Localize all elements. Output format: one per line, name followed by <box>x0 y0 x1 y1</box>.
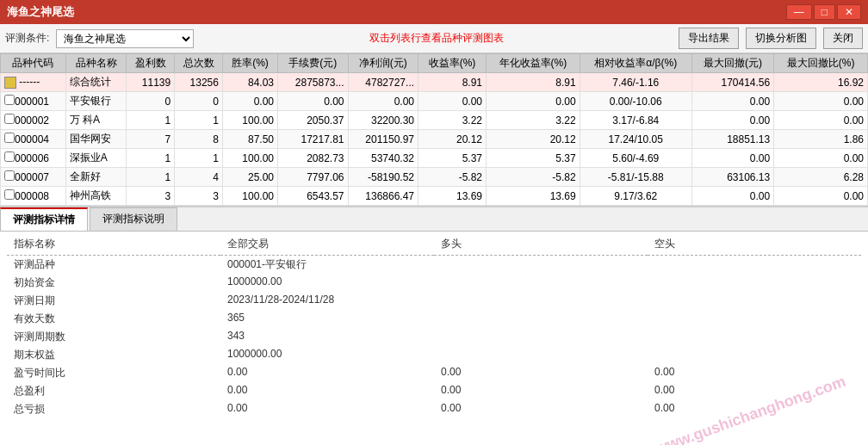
row-checkbox[interactable] <box>4 151 15 162</box>
cell-total: 1 <box>175 111 223 130</box>
cell-returnRate: 3.22 <box>418 111 487 130</box>
table-row[interactable]: 000001平安银行000.000.000.000.000.000.00/-10… <box>1 92 868 111</box>
cell-maxDrawdownPct: 16.92 <box>774 73 868 92</box>
col-header-drawdown-pct: 最大回撤比(%) <box>774 54 868 73</box>
indicator-row-6: 盈亏时间比0.000.000.00 <box>7 364 861 382</box>
row-checkbox[interactable] <box>4 133 15 143</box>
indicator-label: 评测日期 <box>7 292 220 310</box>
notice-text[interactable]: 双击列表行查看品种评测图表 <box>201 31 672 46</box>
row-checkbox[interactable] <box>4 95 15 105</box>
col-header-drawdown: 最大回撤(元) <box>691 54 773 73</box>
cell-code: 000007 <box>1 168 66 187</box>
cell-profit: 1 <box>127 149 175 168</box>
indicator-col3: 0.00 <box>434 382 648 400</box>
cell-relativeReturn: 0.00/-10.06 <box>580 92 691 111</box>
cell-total: 0 <box>175 92 223 111</box>
col-header-name: 品种名称 <box>65 54 127 73</box>
tab-detail[interactable]: 评测指标详情 <box>0 207 88 231</box>
cell-winRate: 100.00 <box>222 187 277 206</box>
cell-maxDrawdown: 0.00 <box>691 187 773 206</box>
maximize-button[interactable]: □ <box>814 4 835 20</box>
filter-row: 评测条件: 海鱼之神尾选 双击列表行查看品种评测图表 导出结果 切换分析图 关闭 <box>0 24 868 53</box>
cell-profit: 7 <box>127 130 175 149</box>
table-header-row: 品种代码 品种名称 盈利数 总次数 胜率(%) 手续费(元) 净利润(元) 收益… <box>1 54 868 73</box>
close-button[interactable]: 关闭 <box>823 28 863 49</box>
cell-fee: 17217.81 <box>278 130 348 149</box>
indicator-row-4: 评测周期数343 <box>7 328 861 346</box>
cell-relativeReturn: 5.60/-4.69 <box>580 149 691 168</box>
indicator-col3 <box>434 256 648 275</box>
indicator-col3 <box>434 328 648 346</box>
row-checkbox[interactable] <box>4 189 15 200</box>
cell-winRate: 100.00 <box>222 149 277 168</box>
cell-code: 000008 <box>1 187 66 206</box>
indicator-col-header-2: 多头 <box>434 235 648 253</box>
col-header-total: 总次数 <box>175 54 223 73</box>
cell-profit: 1 <box>127 111 175 130</box>
table-row[interactable]: 000004国华网安7887.5017217.81201150.9720.122… <box>1 130 868 149</box>
indicator-value: 1000000.00 <box>220 346 434 364</box>
indicator-value: 000001-平安银行 <box>220 256 434 275</box>
cell-maxDrawdownPct: 0.00 <box>774 149 868 168</box>
export-button[interactable]: 导出结果 <box>679 28 739 49</box>
cell-netProfit: 136866.47 <box>348 187 418 206</box>
cell-fee: 7797.06 <box>278 168 348 187</box>
cell-name: 综合统计 <box>65 73 127 92</box>
cell-fee: 2875873... <box>278 73 348 92</box>
switch-chart-button[interactable]: 切换分析图 <box>746 28 816 49</box>
close-window-button[interactable]: ✕ <box>837 4 861 20</box>
cell-name: 深振业A <box>65 149 127 168</box>
cell-name: 全新好 <box>65 168 127 187</box>
col-header-winrate: 胜率(%) <box>222 54 277 73</box>
table-row[interactable]: 000007全新好1425.007797.06-58190.52-5.82-5.… <box>1 168 868 187</box>
cell-netProfit: 4782727... <box>348 73 418 92</box>
indicator-value: 343 <box>220 328 434 346</box>
filter-select[interactable]: 海鱼之神尾选 <box>56 29 194 48</box>
cell-relativeReturn: 7.46/-1.16 <box>580 73 691 92</box>
table-row[interactable]: 000008神州高铁33100.006543.57136866.4713.691… <box>1 187 868 206</box>
tab-bar: 评测指标详情评测指标说明 <box>0 207 868 232</box>
row-checkbox[interactable] <box>4 170 15 181</box>
indicator-col4: 0.00 <box>648 400 861 418</box>
cell-relativeReturn: 3.17/-6.84 <box>580 111 691 130</box>
indicator-table: 指标名称全部交易多头空头 评测品种000001-平安银行初始资金1000000.… <box>7 235 861 418</box>
table-row[interactable]: 000006深振业A11100.002082.7353740.325.375.3… <box>1 149 868 168</box>
color-block <box>4 77 16 89</box>
cell-maxDrawdown: 0.00 <box>691 92 773 111</box>
indicator-label: 评测品种 <box>7 256 220 275</box>
cell-netProfit: 0.00 <box>348 92 418 111</box>
window-title: 海鱼之神尾选 <box>7 4 74 20</box>
cell-fee: 2050.37 <box>278 111 348 130</box>
col-header-profit: 盈利数 <box>127 54 175 73</box>
indicator-col4 <box>648 328 861 346</box>
col-header-code: 品种代码 <box>1 54 66 73</box>
cell-total: 3 <box>175 187 223 206</box>
minimize-button[interactable]: — <box>786 4 812 20</box>
title-bar-buttons: — □ ✕ <box>786 4 861 20</box>
indicator-header-row: 指标名称全部交易多头空头 <box>7 235 861 253</box>
cell-returnRate: 5.37 <box>418 149 487 168</box>
table-row[interactable]: ------综合统计111391325684.032875873...47827… <box>1 73 868 92</box>
col-header-return: 收益率(%) <box>418 54 487 73</box>
main-container: 评测条件: 海鱼之神尾选 双击列表行查看品种评测图表 导出结果 切换分析图 关闭… <box>0 24 868 445</box>
cell-total: 13256 <box>175 73 223 92</box>
indicator-col4 <box>648 256 861 275</box>
tab-desc[interactable]: 评测指标说明 <box>90 207 177 231</box>
indicator-label: 评测周期数 <box>7 328 220 346</box>
title-bar: 海鱼之神尾选 — □ ✕ <box>0 0 868 24</box>
indicator-col3 <box>434 292 648 310</box>
indicator-col-header-1: 全部交易 <box>220 235 434 253</box>
cell-maxDrawdown: 63106.13 <box>691 168 773 187</box>
indicator-row-2: 评测日期2023/11/28-2024/11/28 <box>7 292 861 310</box>
cell-profit: 1 <box>127 168 175 187</box>
cell-maxDrawdownPct: 0.00 <box>774 187 868 206</box>
cell-annualReturn: 20.12 <box>487 130 580 149</box>
cell-netProfit: -58190.52 <box>348 168 418 187</box>
cell-winRate: 0.00 <box>222 92 277 111</box>
cell-maxDrawdownPct: 6.28 <box>774 168 868 187</box>
row-checkbox[interactable] <box>4 114 15 124</box>
cell-profit: 11139 <box>127 73 175 92</box>
cell-profit: 3 <box>127 187 175 206</box>
table-row[interactable]: 000002万 科A11100.002050.3732200.303.223.2… <box>1 111 868 130</box>
cell-annualReturn: 5.37 <box>487 149 580 168</box>
